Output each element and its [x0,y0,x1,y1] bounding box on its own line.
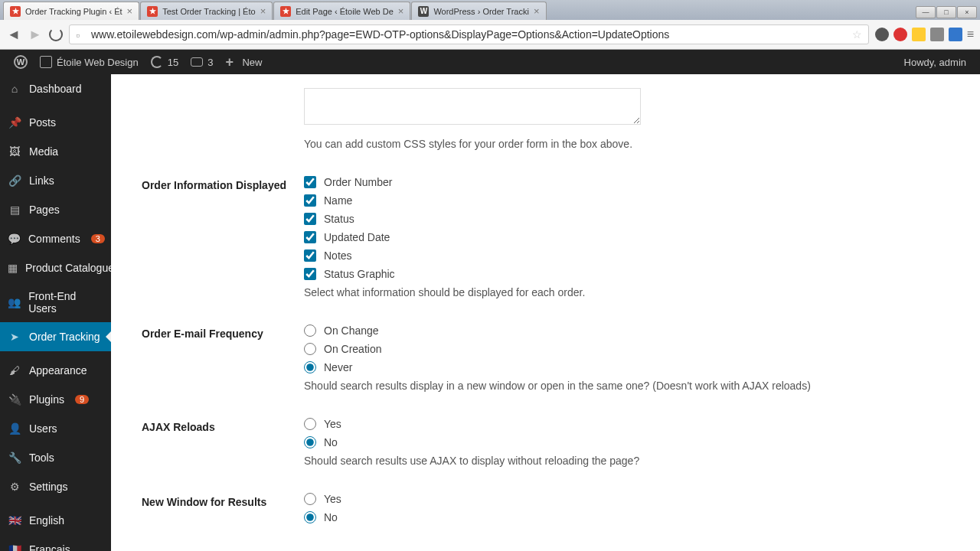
sidebar-item-media[interactable]: 🖼 Media [0,137,111,166]
close-icon[interactable]: × [127,5,133,17]
browser-nav-bar: ◄ ► ▫ www.etoilewebdesign.com/wp-admin/a… [0,20,980,49]
url-bar[interactable]: ▫ www.etoilewebdesign.com/wp-admin/admin… [69,24,869,44]
ajax-no-radio[interactable] [304,436,316,448]
nw-yes-radio[interactable] [304,493,316,505]
sidebar-item-pages[interactable]: ▤ Pages [0,195,111,224]
checkbox-option[interactable]: Notes [304,249,956,262]
updates[interactable]: 15 [145,56,185,68]
option-label: No [324,436,338,448]
ext-icon[interactable] [875,28,889,41]
plugin-icon: 🔌 [8,393,21,406]
browser-tab[interactable]: ★ Test Order Tracking | Éto × [140,2,273,20]
never-radio[interactable] [304,361,316,373]
option-label: Order Number [324,176,392,188]
ext-icon[interactable] [893,28,907,41]
option-label: Notes [324,249,352,262]
checkbox-option[interactable]: Order Number [304,176,956,188]
plus-icon: + [225,56,237,68]
custom-css-textarea[interactable] [304,88,641,125]
sidebar-item-dashboard[interactable]: ⌂ Dashboard [0,74,111,103]
sidebar-item-label: Product Catalogue [25,262,111,274]
radio-option[interactable]: On Creation [304,343,956,355]
sidebar-item-tools[interactable]: 🔧 Tools [0,443,111,472]
sidebar-item-plugins[interactable]: 🔌 Plugins 9 [0,385,111,414]
maximize-button[interactable]: □ [936,6,956,18]
updated-date-checkbox[interactable] [304,231,316,243]
flag-icon: 🇫🇷 [8,543,21,551]
status-graphic-checkbox[interactable] [304,268,316,280]
info-displayed-heading: Order Information Displayed [142,164,295,311]
close-icon[interactable]: × [260,5,266,17]
checkbox-option[interactable]: Status [304,213,956,225]
browser-tab[interactable]: ★ Edit Page ‹ Étoile Web De × [273,2,410,20]
radio-option[interactable]: No [304,511,956,523]
sidebar-item-comments[interactable]: 💬 Comments 3 [0,224,111,253]
checkbox-option[interactable]: Name [304,194,956,207]
site-name[interactable]: Étoile Web Design [34,56,145,68]
sidebar-item-english[interactable]: 🇬🇧 English [0,506,111,535]
sidebar-item-label: Dashboard [29,83,82,95]
order-number-checkbox[interactable] [304,176,316,188]
gear-icon: ⚙ [8,480,21,494]
sidebar-item-frontend-users[interactable]: 👥 Front-End Users [0,282,111,322]
browser-tab[interactable]: ★ Order Tracking Plugin ‹ Ét × [3,2,139,20]
nw-no-radio[interactable] [304,511,316,523]
ext-icon[interactable] [949,28,962,41]
option-label: Status [324,213,354,225]
bookmark-icon[interactable]: ☆ [852,28,862,41]
sidebar-item-settings[interactable]: ⚙ Settings [0,472,111,501]
menu-icon[interactable]: ≡ [967,28,974,41]
radio-option[interactable]: Yes [304,493,956,505]
new-window-heading: New Window for Results [142,481,295,542]
ext-icon[interactable] [912,28,926,41]
back-button[interactable]: ◄ [6,27,21,42]
wp-logo[interactable]: W [8,55,34,69]
url-text: www.etoilewebdesign.com/wp-admin/admin.p… [91,28,669,41]
option-label: Never [324,361,352,373]
on-change-radio[interactable] [304,324,316,337]
reload-button[interactable] [49,28,63,41]
new-content[interactable]: + New [219,56,268,68]
sidebar-item-posts[interactable]: 📌 Posts [0,108,111,137]
sidebar-item-product-catalogue[interactable]: ▦ Product Catalogue [0,253,111,282]
sidebar-item-appearance[interactable]: 🖌 Appearance [0,356,111,385]
sidebar-item-users[interactable]: 👤 Users [0,414,111,443]
sidebar-item-label: English [29,514,64,527]
comments-bubble[interactable]: 3 [185,57,219,68]
radio-option[interactable]: Never [304,361,956,373]
radio-option[interactable]: On Change [304,324,956,337]
window-controls: — □ × [913,5,980,20]
dashboard-icon: ⌂ [8,82,21,96]
on-creation-radio[interactable] [304,343,316,355]
radio-option[interactable]: No [304,436,956,448]
sidebar-item-label: Users [29,422,57,435]
notes-checkbox[interactable] [304,249,316,262]
checkbox-option[interactable]: Updated Date [304,231,956,243]
close-icon[interactable]: × [534,5,540,17]
checkbox-option[interactable]: Status Graphic [304,268,956,280]
ajax-yes-radio[interactable] [304,418,316,430]
tab-title: Edit Page ‹ Étoile Web De [296,7,394,16]
name-checkbox[interactable] [304,194,316,207]
browser-tab[interactable]: W WordPress › Order Tracki × [411,2,546,20]
close-icon[interactable]: × [398,5,404,17]
sidebar-item-label: Plugins [29,393,64,406]
admin-sidebar: ⌂ Dashboard 📌 Posts 🖼 Media 🔗 Links ▤ Pa… [0,74,111,551]
forward-button[interactable]: ► [28,27,43,42]
close-button[interactable]: × [957,6,977,18]
sidebar-item-links[interactable]: 🔗 Links [0,166,111,195]
page-icon: ▤ [8,203,21,217]
howdy-account[interactable]: Howdy, admin [898,57,972,68]
sidebar-item-label: Front-End Users [28,290,103,315]
page-icon: ▫ [76,29,87,40]
ajax-heading: AJAX Reloads [142,406,295,479]
minimize-button[interactable]: — [916,6,936,18]
option-label: Updated Date [324,231,390,243]
sidebar-item-francais[interactable]: 🇫🇷 Français [0,535,111,551]
sidebar-item-order-tracking[interactable]: ➤ Order Tracking [0,322,111,351]
ext-icon[interactable] [930,28,944,41]
tab-title: Test Order Tracking | Éto [162,7,255,16]
tab-strip: ★ Order Tracking Plugin ‹ Ét × ★ Test Or… [0,0,980,20]
status-checkbox[interactable] [304,213,316,225]
radio-option[interactable]: Yes [304,418,956,430]
